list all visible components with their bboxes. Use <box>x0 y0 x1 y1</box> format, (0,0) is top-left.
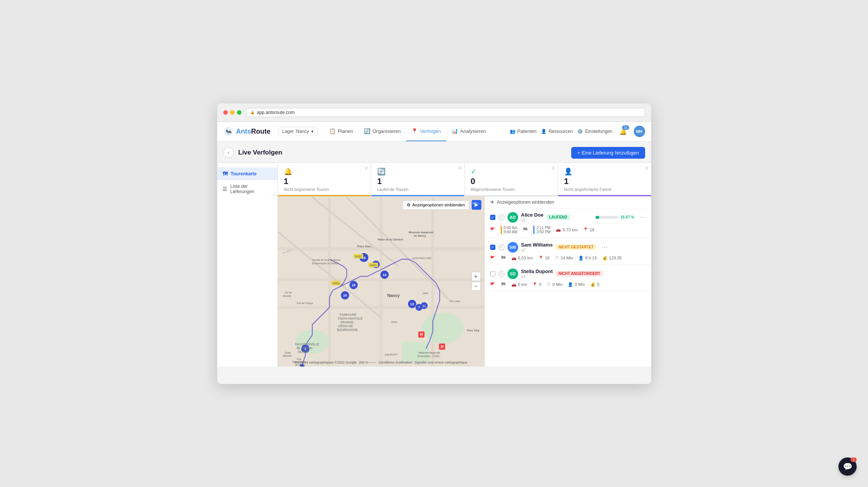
nav-item-organisieren[interactable]: 🔄 Organisieren <box>359 122 406 141</box>
svg-text:BOURGOGNE: BOURGOGNE <box>337 328 358 332</box>
sidebar-item-tourenkarte[interactable]: 🗺 Tourenkarte <box>217 167 277 180</box>
alice-info: Alice Doe v1 <box>521 212 544 222</box>
display-options-button[interactable]: ⚙ Anzeigeoptionen einblenden <box>403 200 469 210</box>
add-delivery-button[interactable]: + Eine Lieferung hinzufügen <box>571 147 645 159</box>
content-body: 🗺 Tourenkarte ☰ Liste der Lieferungen ⊟ … <box>217 163 651 367</box>
not-requested-bar <box>558 195 651 196</box>
page-wrapper: ‹ Live Verfolgen + Eine Lieferung hinzuf… <box>217 142 651 384</box>
driver-header-alice: ✓ ↻ AD Alice Doe v1 LAUFEND <box>490 212 646 223</box>
chat-badge: 2 <box>851 457 857 462</box>
collapse-icon-4[interactable]: ⊟ <box>645 166 648 170</box>
collapse-icon-3[interactable]: ⊟ <box>552 166 555 170</box>
nav-item-analysieren[interactable]: 📊 Analysieren <box>446 122 491 141</box>
ressourcen-label: Ressourcen <box>548 129 573 134</box>
running-bar <box>371 195 464 196</box>
logo[interactable]: 🐜 AntsRoute <box>223 126 271 137</box>
lock-icon: 🔒 <box>250 110 255 114</box>
patienten-button[interactable]: 👥 Patienten <box>510 129 537 134</box>
sam-stops-value: 18 <box>545 256 550 260</box>
map-container[interactable]: 1 8 15 14 <box>278 197 484 367</box>
svg-text:FOCH-ANATOLE: FOCH-ANATOLE <box>338 317 362 320</box>
running-number: 1 <box>377 177 458 186</box>
alice-stops-value: 18 <box>590 228 594 232</box>
user-avatar[interactable]: MH <box>634 126 645 137</box>
completed-label: Abgeschlossene Touren <box>471 187 552 192</box>
nav-items: 📋 Planen 🔄 Organisieren 📍 Verfolgen 📊 An… <box>324 122 509 141</box>
alice-stops: 📍 18 <box>583 227 594 232</box>
cost-icon-stella: 💰 <box>590 282 595 287</box>
alice-progress-text: 16.67 % <box>620 215 635 219</box>
stop-icon: 📍 <box>583 227 588 232</box>
driver-card-sam: ✓ ↻ SW Sam Williams v2 NICHT GESTARTET ⋯ <box>485 238 651 265</box>
stat-not-started: ⊟ 🔔 1 Nicht begonnene Touren <box>278 163 371 196</box>
einstellungen-label: Einstellungen <box>585 129 612 134</box>
flag-icon-stella-2: 🏁 <box>501 282 506 287</box>
svg-text:SAURUPT: SAURUPT <box>384 353 398 356</box>
top-navigation: 🐜 AntsRoute Lager Nancy ▾ 📋 Planen 🔄 Org… <box>217 122 651 142</box>
sam-distance-value: 6.53 km <box>518 256 533 260</box>
nav-item-planen[interactable]: 📋 Planen <box>324 122 358 141</box>
address-bar[interactable]: 🔒 app.antsroute.com <box>246 108 645 117</box>
completed-bar <box>465 195 558 196</box>
sam-more-button[interactable]: ⋯ <box>602 244 608 251</box>
collapse-icon[interactable]: ⊟ <box>365 166 368 170</box>
nav-label-verfolgen: Verfolgen <box>420 128 441 134</box>
stella-refresh[interactable]: ↻ <box>498 271 505 277</box>
notification-button[interactable]: 🔔 32 <box>617 125 629 137</box>
sidebar-item-lieferungen[interactable]: ☰ Liste der Lieferungen <box>217 180 277 198</box>
nav-label-planen: Planen <box>338 128 353 134</box>
svg-text:🐜: 🐜 <box>226 128 232 134</box>
svg-text:D400: D400 <box>422 292 428 295</box>
svg-text:POINCARÉ-: POINCARÉ- <box>340 313 357 317</box>
close-button[interactable] <box>223 110 228 115</box>
svg-text:Museum-Aquarium: Museum-Aquarium <box>409 231 434 234</box>
running-icon: 🔄 <box>377 167 458 176</box>
back-button[interactable]: ‹ <box>223 147 234 158</box>
maximize-button[interactable] <box>237 110 241 115</box>
plan-icon: 📋 <box>329 128 335 134</box>
track-icon: 📍 <box>411 128 418 134</box>
svg-text:Place de la Carrière: Place de la Carrière <box>378 237 403 241</box>
alice-more-button[interactable]: ⋯ <box>640 214 646 221</box>
einstellungen-button[interactable]: ⚙️ Einstellungen <box>577 129 612 134</box>
not-started-label: Nicht begonnene Touren <box>284 187 365 192</box>
stat-completed: ⊟ ✓ 0 Abgeschlossene Touren <box>465 163 558 196</box>
minimize-button[interactable] <box>230 110 235 115</box>
svg-text:D400: D400 <box>391 320 397 323</box>
sam-checkbox[interactable]: ✓ <box>490 245 495 250</box>
svg-text:Moselle: Moselle <box>283 295 291 297</box>
sam-refresh[interactable]: ↻ <box>498 244 505 250</box>
stella-distance: 🚗 0 km <box>511 282 527 287</box>
svg-text:Universitaire - CHRU...: Universitaire - CHRU... <box>417 355 442 357</box>
svg-text:12: 12 <box>410 302 414 306</box>
not-requested-number: 1 <box>564 177 645 186</box>
chat-button[interactable]: 💬 2 <box>838 457 857 476</box>
display-options-bar[interactable]: 👁 Anzeigeoptionen einblenden <box>485 197 651 208</box>
depot-selector[interactable]: Lager Nancy ▾ <box>278 127 318 136</box>
collapse-icon-2[interactable]: ⊟ <box>458 166 461 170</box>
svg-text:Parc: Parc <box>296 357 301 360</box>
ressourcen-button[interactable]: 👤 Ressourcen <box>541 129 573 134</box>
alice-checkbox[interactable]: ✓ <box>490 215 495 220</box>
depot-label: Lager <box>282 129 294 134</box>
stella-duration: ⏱ 0 Min <box>547 282 562 287</box>
chat-icon: 💬 <box>843 462 852 471</box>
map-report[interactable]: Signaler une erreur cartographique <box>414 361 467 364</box>
stella-checkbox[interactable] <box>490 271 495 276</box>
svg-text:D657: D657 <box>355 254 361 258</box>
stella-stops: 📍 0 <box>532 282 541 287</box>
sam-avatar: SW <box>508 242 518 253</box>
zoom-out-button[interactable]: − <box>472 282 481 291</box>
svg-text:Lycée Henri Loritz: Lycée Henri Loritz <box>412 257 431 260</box>
driver-card-stella: ↻ SD Stella Dupont v3 NICHT ANGEFORDERT … <box>485 265 651 291</box>
alice-refresh[interactable]: ↻ <box>498 214 505 220</box>
map-terms[interactable]: Conditions d'utilisation <box>378 361 412 364</box>
svg-text:École: École <box>285 351 291 354</box>
sam-info: Sam Williams v2 <box>521 242 553 252</box>
svg-text:Faculté de Droit, Sciences: Faculté de Droit, Sciences <box>312 259 340 261</box>
stat-not-requested: ⊟ 👤 1 Nicht angeforderte Fahrer <box>558 163 651 196</box>
zoom-in-button[interactable]: + <box>472 272 481 281</box>
alice-time-end2: 3:50 PM <box>536 230 550 234</box>
page-header-left: ‹ Live Verfolgen <box>223 147 282 158</box>
nav-item-verfolgen[interactable]: 📍 Verfolgen <box>406 122 446 141</box>
